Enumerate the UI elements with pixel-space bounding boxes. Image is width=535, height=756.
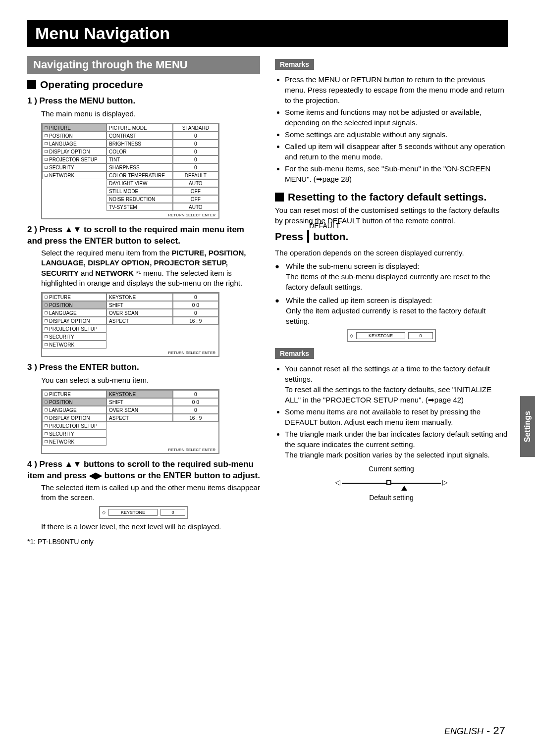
menu-right-row: COLOR0 xyxy=(107,148,218,155)
menu-right-row: OVER SCAN0 xyxy=(107,309,218,317)
menu-left-item: LANGUAGE xyxy=(42,140,107,148)
triangle-mark-icon xyxy=(401,486,407,491)
menu-param-value: OFF xyxy=(173,195,218,203)
press-word: Press xyxy=(275,231,303,243)
menu-right-row: TV-SYSTEMAUTO xyxy=(107,203,218,211)
current-setting-label: Current setting xyxy=(342,465,441,473)
menu-right-row: PICTURE MODESTANDARD xyxy=(107,124,218,132)
menu-icon xyxy=(45,432,48,435)
menu-param-name: ASPECT xyxy=(107,317,173,325)
reset-heading: Resetting to the factory default setting… xyxy=(275,191,508,203)
menu-param-value: 0 xyxy=(173,406,218,414)
menu-left-label: LANGUAGE xyxy=(49,310,77,316)
step4-body: The selected item is called up and the o… xyxy=(41,483,260,503)
menu-icon xyxy=(45,416,48,419)
menu-right-row: KEYSTONE0 xyxy=(107,390,218,398)
keystone-figure-2: ◇ KEYSTONE 0 xyxy=(347,329,436,342)
menu-icon xyxy=(45,440,48,443)
button-word: button. xyxy=(313,231,348,243)
square-mark-icon xyxy=(386,480,391,485)
reset-circle-list: While the sub-menu screen is displayed: … xyxy=(275,261,508,326)
footer-page: - 27 xyxy=(483,724,505,737)
step4-tail: If there is a lower level, the next leve… xyxy=(41,522,260,532)
menu-param-name: SHARPNESS xyxy=(107,163,173,171)
menu-right-row: DAYLIGHT VIEWAUTO xyxy=(107,179,218,187)
menu-right-row: SHARPNESS0 xyxy=(107,163,218,171)
menu-left-item: DISPLAY OPTION xyxy=(42,148,107,155)
remarks-list-2: You cannot reset all the settings at a t… xyxy=(285,363,508,460)
menu-param-value: 0 xyxy=(173,140,218,148)
menu-icon xyxy=(45,327,48,330)
page-footer: ENGLISH - 27 xyxy=(444,724,505,737)
footnote-1: *1: PT-LB90NTU only xyxy=(27,538,260,546)
menu-left-label: NETWORK xyxy=(49,342,74,348)
menu-icon xyxy=(45,343,48,346)
list-item: Called up item will disappear after 5 se… xyxy=(285,141,508,162)
list-item: While the sub-menu screen is displayed: … xyxy=(275,261,508,292)
menu-param-value: 0 xyxy=(173,309,218,317)
list-item: You cannot reset all the settings at a t… xyxy=(285,363,508,405)
list-item: Some menu items are not available to res… xyxy=(285,406,508,427)
list-item: Some items and functions may not be adju… xyxy=(285,107,508,128)
menu-param-name: PICTURE MODE xyxy=(107,124,173,132)
menu-left-item: SECURITY xyxy=(42,163,107,171)
default-button-icon xyxy=(307,230,309,243)
menu-left-item: NETWORK xyxy=(42,171,107,179)
nav-icon: ◇ xyxy=(102,510,106,515)
list-item: For the sub-menu items, see "Sub-menu" i… xyxy=(285,163,508,184)
menu-param-name: CONTRAST xyxy=(107,132,173,140)
menu-icon xyxy=(45,424,48,427)
side-tab: Settings xyxy=(520,396,535,457)
menu-left-label: DISPLAY OPTION xyxy=(49,318,90,324)
menu-icon xyxy=(45,401,48,403)
menu-param-name: KEYSTONE xyxy=(107,293,173,301)
right-column: Remarks Press the MENU or RETURN button … xyxy=(275,56,508,546)
keystone-figure: ◇ KEYSTONE 0 xyxy=(99,506,188,519)
menu-left-item: PROJECTOR SETUP xyxy=(42,155,107,163)
operating-heading-text: Operating procedure xyxy=(40,79,143,91)
menu-left-label: DISPLAY OPTION xyxy=(49,149,90,154)
menu-right-row: STILL MODEOFF xyxy=(107,187,218,195)
menu-left-item: PICTURE xyxy=(42,390,107,398)
menu-param-value: 0 xyxy=(173,163,218,171)
menu-left-item: PICTURE xyxy=(42,293,107,301)
menu-left-label: SECURITY xyxy=(49,431,74,437)
menu-left-item: SECURITY xyxy=(42,333,107,341)
list-item: Press the MENU or RETURN button to retur… xyxy=(285,74,508,105)
menu-left-label: POSITION xyxy=(49,302,73,308)
menu-param-value: 0 0 xyxy=(173,398,218,406)
menu-param-name: STILL MODE xyxy=(107,187,173,195)
menu-param-name: DAYLIGHT VIEW xyxy=(107,179,173,187)
keystone-value: 0 xyxy=(408,332,433,339)
menu-icon xyxy=(45,158,48,161)
keystone-label: KEYSTONE xyxy=(356,332,405,339)
menu-figure-2: PICTUREPOSITIONLANGUAGEDISPLAY OPTIONPRO… xyxy=(41,292,219,357)
menu-left-label: SECURITY xyxy=(49,334,74,340)
menu-left-label: NETWORK xyxy=(49,439,74,445)
menu-left-item: LANGUAGE xyxy=(42,309,107,317)
default-setting-label: Default setting xyxy=(342,494,441,502)
menu-icon xyxy=(45,174,48,177)
square-icon xyxy=(27,80,36,89)
press-default-line: Press DEFAULT button. xyxy=(275,231,508,243)
menu-param-name: OVER SCAN xyxy=(107,406,173,414)
menu-left-label: SECURITY xyxy=(49,165,74,170)
menu-left-label: PICTURE xyxy=(49,125,71,131)
menu-icon xyxy=(45,150,48,153)
nav-hint: RETURN SELECT ENTER xyxy=(42,349,218,356)
menu-left-item: DISPLAY OPTION xyxy=(42,317,107,325)
menu-figure-3: PICTUREPOSITIONLANGUAGEDISPLAY OPTIONPRO… xyxy=(41,389,219,454)
menu-left-label: NETWORK xyxy=(49,173,74,178)
menu-icon xyxy=(45,166,48,169)
reset-depends: The operation depends on the screen disp… xyxy=(275,248,508,258)
default-label: DEFAULT xyxy=(309,222,340,230)
remarks-list-1: Press the MENU or RETURN button to retur… xyxy=(285,74,508,184)
step1-body: The main menu is displayed. xyxy=(41,109,260,119)
list-item: Some settings are adjustable without any… xyxy=(285,129,508,140)
menu-left-item: NETWORK xyxy=(42,341,107,349)
list-item: The triangle mark under the bar indicate… xyxy=(285,429,508,460)
menu-left-label: POSITION xyxy=(49,400,73,405)
menu-param-value: 0 xyxy=(173,293,218,301)
menu-param-name: COLOR xyxy=(107,148,173,155)
menu-param-value: OFF xyxy=(173,187,218,195)
